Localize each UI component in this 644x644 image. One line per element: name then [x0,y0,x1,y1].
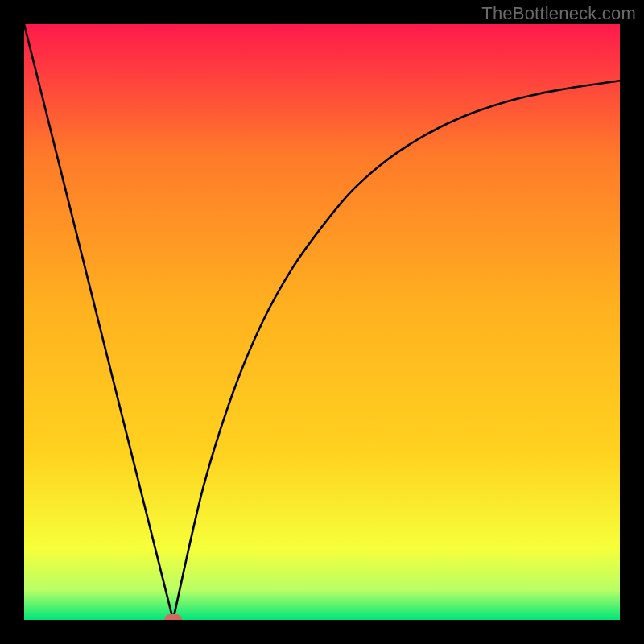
watermark-text: TheBottleneck.com [481,3,636,24]
chart-container: TheBottleneck.com [0,0,644,644]
plot-area [24,24,620,620]
chart-svg [24,24,620,620]
minimum-marker [164,614,182,620]
gradient-background [24,24,620,620]
